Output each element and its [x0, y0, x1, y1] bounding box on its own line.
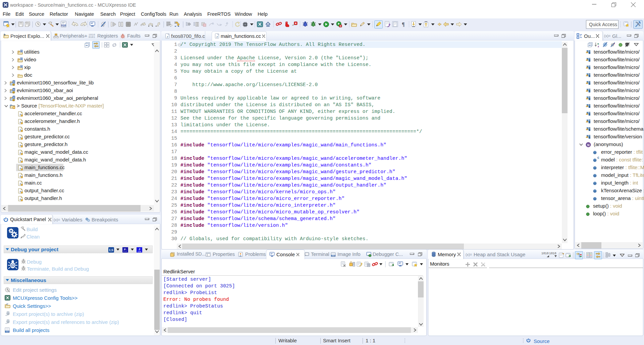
svg-text:$: $ — [13, 84, 14, 86]
svg-text:C: C — [13, 81, 15, 83]
svg-text:$: $ — [13, 99, 14, 101]
svg-text:c: c — [21, 65, 22, 68]
svg-text:N: N — [587, 143, 590, 147]
svg-text:Link: Link — [138, 251, 141, 253]
svg-text:!: ! — [587, 136, 587, 138]
svg-text:!: ! — [587, 113, 587, 115]
svg-text:!: ! — [587, 67, 587, 69]
svg-text:c: c — [21, 58, 22, 60]
svg-text:010: 010 — [6, 331, 9, 333]
svg-text:.c: .c — [166, 35, 168, 38]
svg-text:!: ! — [587, 128, 587, 130]
svg-text:!: ! — [587, 105, 587, 107]
svg-text:!: ! — [587, 51, 587, 53]
svg-text:.c: .c — [216, 35, 218, 38]
svg-text:LS: LS — [109, 248, 113, 252]
svg-text:!: ! — [587, 82, 587, 84]
svg-text:C: C — [13, 88, 15, 91]
svg-text:$: $ — [13, 91, 14, 93]
svg-text:!: ! — [587, 90, 587, 92]
svg-text:!: ! — [587, 97, 587, 99]
svg-text:z: z — [598, 45, 599, 48]
svg-text:C: C — [13, 96, 15, 98]
svg-text:010: 010 — [332, 255, 335, 257]
svg-text:P·: P· — [124, 248, 127, 251]
svg-text:!: ! — [587, 121, 587, 123]
svg-text:!: ! — [587, 59, 587, 61]
svg-text:c: c — [21, 50, 22, 52]
svg-text:!: ! — [587, 74, 587, 76]
svg-text:¶: ¶ — [402, 21, 405, 27]
